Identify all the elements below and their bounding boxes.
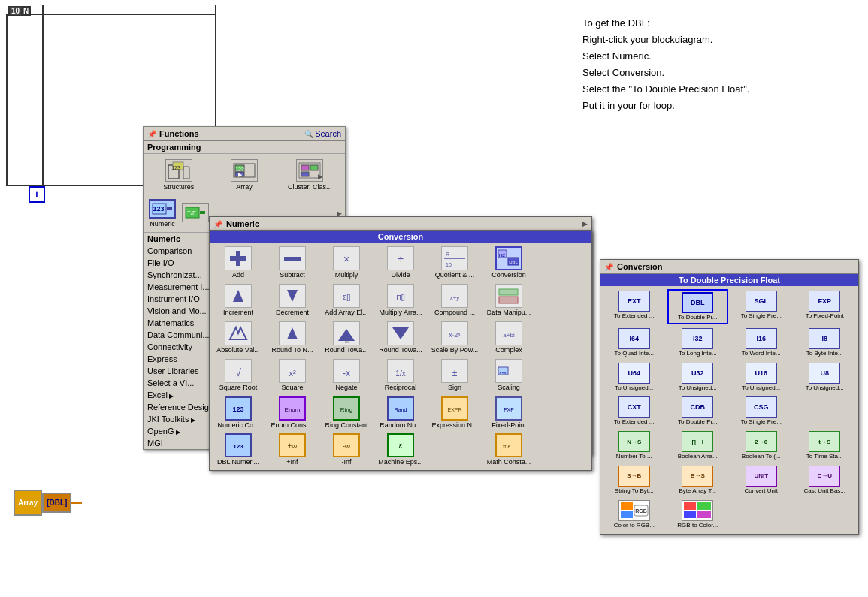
dbl-strbyt-icon: S→B xyxy=(618,466,650,487)
conv-macheps[interactable]: ε Machine Eps... xyxy=(374,432,427,468)
dbl-i16-icon: I16 xyxy=(746,328,777,349)
dbl-ext-item[interactable]: EXT To Extended ... xyxy=(603,289,665,324)
dbl-sgl-label: To Single Pre... xyxy=(741,313,782,320)
dbl-u32-item[interactable]: U32 To Unsigned... xyxy=(667,361,729,393)
dbl-strbyt-item[interactable]: S→B String To Byt... xyxy=(603,464,665,496)
svg-text:+∞: +∞ xyxy=(288,442,298,450)
conv-numco[interactable]: 123 Numeric Co... xyxy=(212,395,265,431)
info-line-5: Select the "To Double Precision Float". xyxy=(582,81,853,98)
conv-plusinf[interactable]: +∞ +Inf xyxy=(266,432,319,468)
conv-roundn[interactable]: Round To N... xyxy=(266,320,319,356)
conv-minusinf-icon: -∞ xyxy=(333,433,360,457)
svg-marker-19 xyxy=(200,211,205,214)
conv-datamanip[interactable]: Data Manipu... xyxy=(482,282,535,318)
bool-item[interactable]: T/F xyxy=(180,201,211,226)
conv-conversion[interactable]: I32DBL Conversion xyxy=(482,245,535,281)
conv-expr-label: Expression N... xyxy=(431,422,477,430)
conv-scalepow[interactable]: x·2ⁿ Scale By Pow... xyxy=(428,320,481,356)
conv-mularr[interactable]: Π[] Multiply Arra... xyxy=(374,282,427,318)
svg-text:÷: ÷ xyxy=(398,253,404,265)
dbl-i32-item[interactable]: I32 To Long Inte... xyxy=(667,327,729,359)
conv-ringconst-icon: Ring xyxy=(333,396,360,421)
conv-expr[interactable]: EXPR Expression N... xyxy=(428,395,481,431)
conv-absval-icon xyxy=(225,321,252,345)
dbl-convunit-item[interactable]: UNIT Convert Unit xyxy=(730,464,792,496)
conv-div[interactable]: ÷ Divide xyxy=(374,245,427,281)
conv-sub[interactable]: Subtract xyxy=(266,245,319,281)
conv-mul-icon: × xyxy=(333,246,360,270)
info-line-1: To get the DBL: xyxy=(582,15,853,32)
dbl-items-grid: EXT To Extended ... DBL To Double Pr... … xyxy=(600,286,858,534)
dbl-fxp-item[interactable]: FXP To Fixed-Point xyxy=(794,289,856,324)
dbl-i64-item[interactable]: I64 To Quad Inte... xyxy=(603,327,665,359)
dbl-boolarr-item[interactable]: []→I Boolean Arra... xyxy=(667,430,729,462)
conv-square[interactable]: x² Square xyxy=(266,357,319,393)
dbl-rgbcol-item[interactable]: RGB to Color... xyxy=(667,499,729,531)
conv-sign-icon: ± xyxy=(441,359,468,383)
dbl-dbl-label: To Double Pr... xyxy=(678,315,717,321)
dbl-i16-item[interactable]: I16 To Word Inte... xyxy=(730,327,792,359)
search-button[interactable]: 🔍 Search xyxy=(304,129,341,138)
conv-sign[interactable]: ± Sign xyxy=(428,357,481,393)
dbl-cxt-item[interactable]: CXT To Extended ... xyxy=(603,395,665,427)
conv-enumconst[interactable]: Enum Enum Const... xyxy=(266,395,319,431)
dbl-sgl-item[interactable]: SGL To Single Pre... xyxy=(730,289,792,324)
dbl-sub-title: To Double Precision Float xyxy=(600,274,858,286)
conv-plusinf-label: +Inf xyxy=(286,459,298,466)
cluster-item[interactable]: ▶ Cluster, Clas... xyxy=(278,157,342,194)
dbl-timesta-item[interactable]: t→S To Time Sta... xyxy=(794,430,856,462)
conv-inc[interactable]: Increment xyxy=(212,282,265,318)
conv-ringconst[interactable]: Ring Ring Constant xyxy=(320,395,373,431)
conv-sqrt-label: Square Root xyxy=(219,384,258,392)
dbl-precision-palette: 📌 Conversion To Double Precision Float E… xyxy=(600,259,859,535)
conv-scaling[interactable]: x+v Scaling xyxy=(482,357,535,393)
dbl-castunit-item[interactable]: C→U Cast Unit Bas... xyxy=(794,464,856,496)
conv-ringconst-label: Ring Constant xyxy=(325,422,367,430)
dbl-ntos-item[interactable]: N→S Number To ... xyxy=(603,430,665,462)
conv-add-icon xyxy=(225,246,252,270)
dbl-u64-item[interactable]: U64 To Unsigned... xyxy=(603,361,665,393)
conv-sqrt[interactable]: √ Square Root xyxy=(212,357,265,393)
conv-mul[interactable]: × Multiply xyxy=(320,245,373,281)
dbl-csg-item[interactable]: CSG To Single Pre... xyxy=(730,395,792,427)
dbl-colrgb-item[interactable]: RGB Color to RGB... xyxy=(603,499,665,531)
conv-fixedpt[interactable]: FXP Fixed-Point xyxy=(482,395,535,431)
conv-negate-label: Negate xyxy=(335,384,357,392)
dbl-i8-item[interactable]: I8 To Byte Inte... xyxy=(794,327,856,359)
svg-text:T/F: T/F xyxy=(187,210,196,216)
array-item[interactable]: 123 ▶ Array xyxy=(212,157,276,194)
conv-roundtow[interactable]: +∞ Round Towa... xyxy=(320,320,373,356)
conv-mathconst[interactable]: π,e... Math Consta... xyxy=(482,432,535,468)
structures-item[interactable]: 123 Structures xyxy=(147,157,210,194)
conv-compound[interactable]: x+y Compound ... xyxy=(428,282,481,318)
dbl-boolto-item[interactable]: 2→0 Boolean To (... xyxy=(730,430,792,462)
dbl-i32-label: To Long Inte... xyxy=(679,351,717,357)
numeric-item[interactable]: 123 Numeric xyxy=(147,197,178,231)
conv-roundtow2[interactable]: Round Towa... xyxy=(374,320,427,356)
dbl-u16-item[interactable]: U16 To Unsigned... xyxy=(730,361,792,393)
svg-text:123: 123 xyxy=(153,205,164,213)
dbl-cdb-item[interactable]: CDB To Double Pr... xyxy=(667,395,729,427)
conv-empty40 xyxy=(428,432,481,468)
dbl-u8-item[interactable]: U8 To Unsigned... xyxy=(794,361,856,393)
conv-minusinf[interactable]: -∞ -Inf xyxy=(320,432,373,468)
dbl-dbl-item[interactable]: DBL To Double Pr... xyxy=(667,289,729,324)
conv-quot[interactable]: R10 Quotient & ... xyxy=(428,245,481,281)
conv-dec[interactable]: Decrement xyxy=(266,282,319,318)
svg-text:Enum: Enum xyxy=(285,406,301,413)
conv-absval[interactable]: Absolute Val... xyxy=(212,320,265,356)
conv-add[interactable]: Add xyxy=(212,245,265,281)
dbl-bytarr-item[interactable]: B→S Byte Array T... xyxy=(667,464,729,496)
conv-dblnum[interactable]: 123 DBL Numeri... xyxy=(212,432,265,468)
conv-complex[interactable]: a+bi Complex xyxy=(482,320,535,356)
conv-random[interactable]: Rand Random Nu... xyxy=(374,395,427,431)
svg-text:DBL: DBL xyxy=(509,260,518,264)
conv-addarr[interactable]: Σ[] Add Array El... xyxy=(320,282,373,318)
conv-dblnum-icon: 123 xyxy=(225,433,252,457)
numeric-title: Numeric xyxy=(226,219,259,228)
conv-negate[interactable]: -x Negate xyxy=(320,357,373,393)
numeric-arrow: ▶ xyxy=(582,220,588,228)
svg-rect-108 xyxy=(499,297,518,303)
conv-recip[interactable]: 1/x Reciprocal xyxy=(374,357,427,393)
dbl-boolarr-icon: []→I xyxy=(682,431,713,452)
